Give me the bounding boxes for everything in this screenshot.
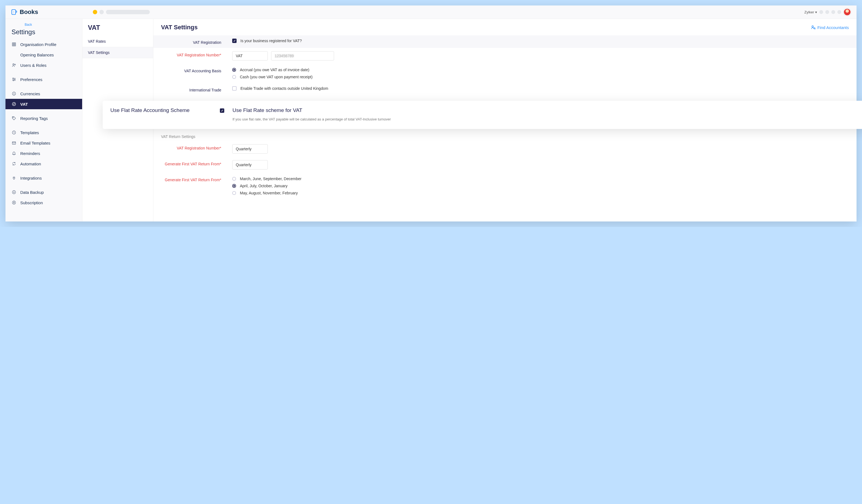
chevron-down-icon: ▾: [815, 10, 817, 14]
sidebar-item-reporting-tags[interactable]: Reporting Tags: [5, 113, 82, 123]
sidebar-item-subscription[interactable]: Subscription: [5, 197, 82, 208]
svg-point-20: [13, 103, 14, 104]
status-dot-icon: [819, 10, 823, 14]
subnav-title: VAT: [82, 19, 153, 36]
checkbox-intl-trade[interactable]: Enable Trade with contacts outside Unite…: [232, 86, 849, 91]
titlebar-right: Zylker ▾: [805, 8, 851, 16]
app-window: Books Zylker ▾ Back Settings Organ: [5, 5, 857, 222]
radio-period-april[interactable]: April, July, October, January: [232, 183, 849, 189]
sidebar-item-reminders[interactable]: Reminders: [5, 148, 82, 159]
checkbox-vat-registered[interactable]: Is your business registered for VAT?: [232, 39, 849, 43]
label-vat-registration: VAT Registration: [161, 39, 221, 45]
subnav-item-vat-settings[interactable]: VAT Settings: [82, 47, 153, 58]
svg-point-13: [13, 78, 14, 79]
svg-point-21: [14, 104, 15, 105]
app-name: Books: [20, 9, 38, 16]
svg-point-22: [13, 117, 13, 118]
sidebar-item-templates[interactable]: Templates: [5, 127, 82, 138]
radio-icon: [232, 75, 236, 79]
avatar[interactable]: [844, 8, 851, 16]
sidebar-item-label: Automation: [20, 161, 41, 166]
radio-icon: [232, 191, 236, 195]
row-return-reg-number: VAT Registration Number* Quarterly: [153, 141, 857, 157]
row-vat-registration: VAT Registration Is your business regist…: [153, 35, 857, 48]
label-return-reg-number: VAT Registration Number*: [161, 144, 221, 150]
sidebar-title: Settings: [5, 28, 82, 39]
sidebar-item-label: Templates: [20, 130, 39, 135]
sidebar-item-label: Reminders: [20, 151, 40, 156]
back-link[interactable]: Back: [5, 23, 82, 28]
section-vat-return: VAT Return Settings: [153, 129, 857, 141]
svg-text:$: $: [13, 93, 15, 95]
sidebar-item-label: Preferences: [20, 77, 42, 82]
sliders-icon: [12, 77, 16, 82]
svg-point-9: [14, 64, 16, 65]
checkbox-flat-rate[interactable]: [220, 108, 224, 113]
radio-accrual[interactable]: Accrual (you owe VAT as of invoice date): [232, 67, 849, 72]
percent-icon: [12, 102, 16, 106]
traffic-lights: [93, 10, 150, 14]
sidebar-item-label: Users & Roles: [20, 63, 47, 68]
find-accountants-label: Find Accountants: [818, 25, 849, 30]
dot-yellow-icon: [93, 10, 97, 14]
radio-period-march[interactable]: March, June, September, December: [232, 176, 849, 182]
svg-point-8: [13, 64, 14, 65]
sidebar-item-users-roles[interactable]: Users & Roles: [5, 60, 82, 70]
sidebar-item-label: VAT: [20, 102, 28, 106]
row-international-trade: International Trade Enable Trade with co…: [153, 83, 857, 95]
sidebar-item-opening-balances[interactable]: Opening Balances: [5, 50, 82, 60]
sidebar-item-label: Data Backup: [20, 190, 44, 195]
svg-point-14: [14, 79, 15, 80]
subscription-icon: [12, 200, 16, 205]
org-dropdown[interactable]: Zylker ▾: [805, 10, 817, 14]
svg-point-15: [13, 80, 14, 81]
callout-right-title: Use Flat Rate scheme for VAT: [233, 107, 862, 113]
radio-cash[interactable]: Cash (you owe VAT upon payment receipt): [232, 74, 849, 80]
sidebar-item-integrations[interactable]: Integrations: [5, 173, 82, 183]
svg-point-2: [13, 13, 14, 13]
sidebar-item-data-backup[interactable]: Data Backup: [5, 187, 82, 197]
org-name-label: Zylker: [805, 10, 814, 14]
clock-icon: [12, 130, 16, 135]
select-return-frequency-1[interactable]: Quarterly: [232, 144, 268, 154]
status-dot-icon: [825, 10, 829, 14]
placeholder-pill: [106, 10, 150, 14]
sidebar-item-currencies[interactable]: $ Currencies: [5, 89, 82, 99]
sidebar-item-email-templates[interactable]: Email Templates: [5, 138, 82, 148]
row-generate-from: Generate First VAT Return From* Quarterl…: [153, 157, 857, 173]
svg-rect-0: [12, 10, 16, 14]
checkbox-label: Enable Trade with contacts outside Unite…: [240, 86, 328, 91]
refresh-icon: [12, 161, 16, 166]
building-icon: [12, 42, 16, 47]
sidebar-item-vat[interactable]: VAT: [5, 99, 82, 109]
status-dot-icon: [831, 10, 835, 14]
app-logo: Books: [11, 9, 38, 16]
label-vat-reg-number: VAT Registration Number*: [161, 51, 221, 57]
radio-icon: [232, 184, 236, 188]
sidebar-item-label: Reporting Tags: [20, 116, 48, 121]
checkbox-label: Is your business registered for VAT?: [240, 39, 302, 43]
svg-point-28: [814, 28, 815, 29]
label-period-ending: Generate First VAT Return From*: [161, 176, 221, 182]
download-icon: [12, 190, 16, 195]
page-title: VAT Settings: [161, 24, 198, 31]
label-accounting-basis: VAT Accounting Basis: [161, 67, 221, 73]
checkbox-icon: [232, 39, 237, 43]
sidebar-item-preferences[interactable]: Preferences: [5, 74, 82, 84]
plug-icon: [12, 175, 16, 181]
sidebar: Back Settings Organisation Profile Openi…: [5, 19, 82, 222]
flat-rate-callout: Use Flat Rate Accounting Scheme Use Flat…: [103, 101, 862, 129]
subnav-item-vat-rates[interactable]: VAT Rates: [82, 36, 153, 47]
find-accountants-link[interactable]: Find Accountants: [811, 25, 849, 30]
sidebar-item-automation[interactable]: Automation: [5, 159, 82, 169]
radio-icon: [232, 177, 236, 181]
sidebar-item-organisation-profile[interactable]: Organisation Profile: [5, 39, 82, 50]
bell-icon: [12, 151, 16, 156]
status-dot-icon: [837, 10, 841, 14]
svg-line-29: [815, 29, 815, 29]
input-vat-prefix[interactable]: VAT: [232, 51, 268, 61]
select-return-frequency-2[interactable]: Quarterly: [232, 160, 268, 170]
radio-period-may[interactable]: May, August, November, February: [232, 190, 849, 196]
input-vat-number[interactable]: 123456789: [271, 51, 334, 61]
sidebar-item-label: Organisation Profile: [20, 42, 56, 47]
